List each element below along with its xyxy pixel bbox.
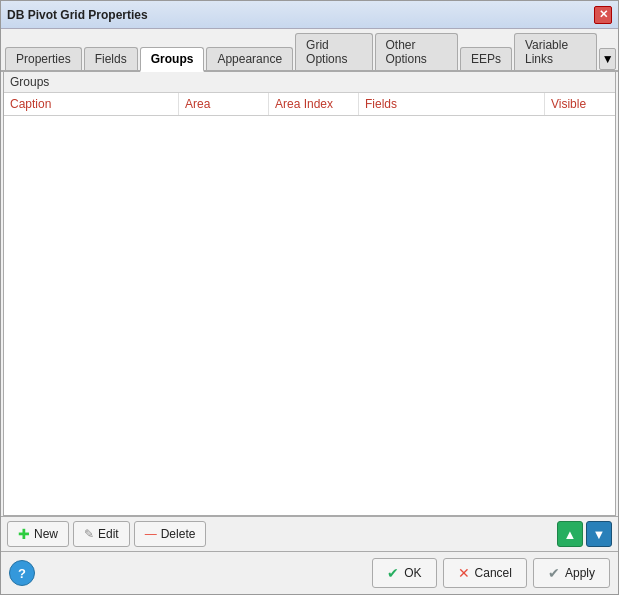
edit-icon: ✎ [84,527,94,541]
tab-dropdown-button[interactable]: ▼ [599,48,616,70]
move-up-button[interactable]: ▲ [557,521,583,547]
tab-other-options[interactable]: Other Options [375,33,458,70]
cancel-button[interactable]: ✕ Cancel [443,558,527,588]
close-button[interactable]: ✕ [594,6,612,24]
bottom-bar: ✚ New ✎ Edit — Delete ▲ ▼ [1,516,618,551]
help-button[interactable]: ? [9,560,35,586]
edit-label: Edit [98,527,119,541]
delete-label: Delete [161,527,196,541]
up-down-group: ▲ ▼ [557,521,612,547]
tab-grid-options[interactable]: Grid Options [295,33,372,70]
main-window: DB Pivot Grid Properties ✕ Properties Fi… [0,0,619,595]
new-icon: ✚ [18,526,30,542]
edit-button[interactable]: ✎ Edit [73,521,130,547]
new-label: New [34,527,58,541]
delete-icon: — [145,527,157,541]
cancel-x-icon: ✕ [458,565,470,581]
col-visible: Visible [545,93,615,115]
content-area: Groups Caption Area Area Index Fields Vi… [3,72,616,516]
apply-button[interactable]: ✔ Apply [533,558,610,588]
col-area-index: Area Index [269,93,359,115]
ok-button[interactable]: ✔ OK [372,558,436,588]
tab-appearance[interactable]: Appearance [206,47,293,70]
tab-groups[interactable]: Groups [140,47,205,72]
tab-fields[interactable]: Fields [84,47,138,70]
delete-button[interactable]: — Delete [134,521,207,547]
col-fields: Fields [359,93,545,115]
tab-variable-links[interactable]: Variable Links [514,33,597,70]
col-caption: Caption [4,93,179,115]
footer-bar: ? ✔ OK ✕ Cancel ✔ Apply [1,551,618,594]
tab-bar: Properties Fields Groups Appearance Grid… [1,29,618,72]
tab-eeps[interactable]: EEPs [460,47,512,70]
new-button[interactable]: ✚ New [7,521,69,547]
move-down-button[interactable]: ▼ [586,521,612,547]
section-label: Groups [4,72,615,93]
cancel-label: Cancel [475,566,512,580]
apply-label: Apply [565,566,595,580]
col-area: Area [179,93,269,115]
table-body [4,116,615,515]
tab-properties[interactable]: Properties [5,47,82,70]
window-title: DB Pivot Grid Properties [7,8,148,22]
ok-check-icon: ✔ [387,565,399,581]
title-bar: DB Pivot Grid Properties ✕ [1,1,618,29]
table-header: Caption Area Area Index Fields Visible [4,93,615,116]
ok-label: OK [404,566,421,580]
apply-check-icon: ✔ [548,565,560,581]
